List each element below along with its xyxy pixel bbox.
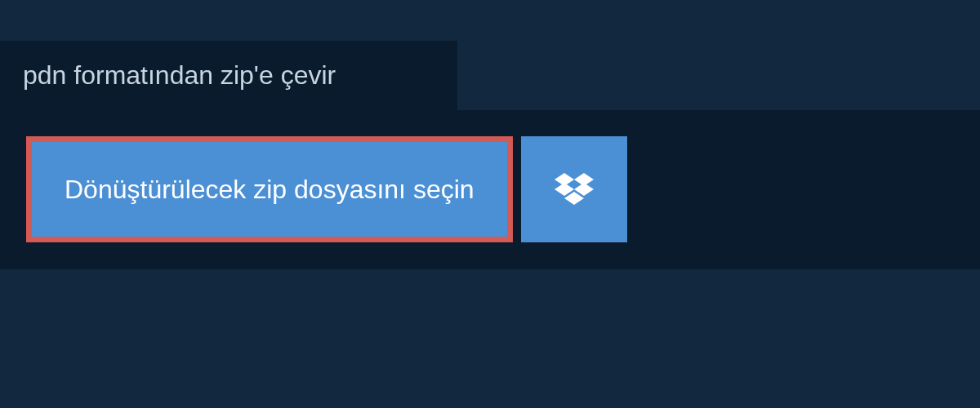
page-title: pdn formatından zip'e çevir (23, 60, 336, 91)
content-panel: Dönüştürülecek zip dosyasını seçin (0, 110, 980, 269)
header-bar: pdn formatından zip'e çevir (0, 41, 457, 110)
dropbox-button[interactable] (521, 136, 627, 242)
file-select-label: Dönüştürülecek zip dosyasını seçin (65, 175, 474, 205)
dropbox-icon (555, 170, 594, 209)
file-select-button[interactable]: Dönüştürülecek zip dosyasını seçin (26, 136, 513, 242)
button-row: Dönüştürülecek zip dosyasını seçin (26, 136, 954, 242)
